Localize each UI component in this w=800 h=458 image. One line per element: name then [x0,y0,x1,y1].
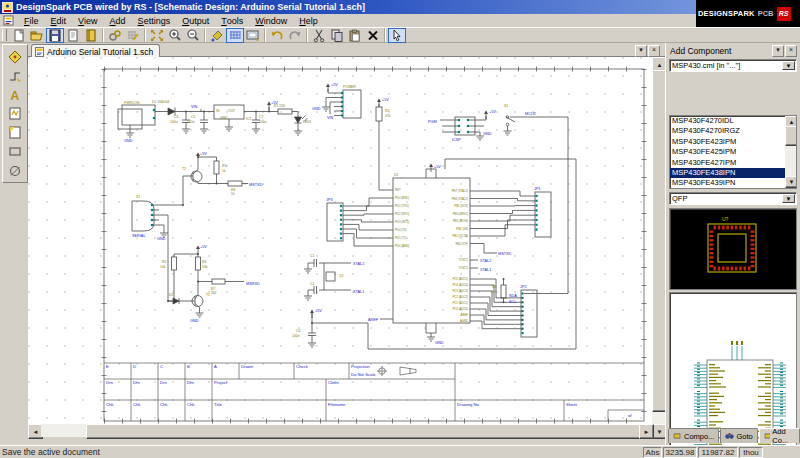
add-connection-button[interactable] [5,66,25,85]
dropdown-arrow-icon[interactable]: ▼ [782,61,795,70]
schematic-toolbar: A [0,43,28,445]
add-text-button[interactable]: A [5,85,25,104]
menu-item-tools[interactable]: Tools [215,14,249,27]
svg-text:AREF: AREF [461,313,469,317]
libraries-button[interactable] [82,28,100,43]
menu-item-output[interactable]: Output [176,14,215,27]
add-symbol-button[interactable] [5,104,25,123]
svg-text:4k7: 4k7 [491,290,497,294]
component-list-item[interactable]: MSP430FE425IPM [670,147,796,157]
grid-toggle-icon [227,28,243,43]
component-list-item[interactable]: MSP430F4270IDL [670,116,796,126]
svg-text:JP3: JP3 [326,198,333,202]
view-all-button[interactable] [148,28,166,43]
svg-text:R6: R6 [202,260,206,264]
svg-text:Drn: Drn [187,380,194,385]
component-list-item[interactable]: MSP430FE439IPN [670,178,796,188]
binoculars-icon [725,432,734,440]
new-button[interactable] [10,28,28,43]
display-button[interactable] [244,28,262,43]
package-dropdown[interactable]: QFP ▼ [669,192,797,205]
zoom-in-button[interactable] [166,28,184,43]
delete-button[interactable] [364,28,382,43]
menu-item-help[interactable]: Help [293,14,324,27]
select-button[interactable] [388,28,406,43]
svg-text:X1: X1 [136,195,140,199]
save-button[interactable] [46,28,64,43]
panel-tab-add-component[interactable]: Add Co... [759,428,800,443]
dock-pin-button[interactable]: ▾ [635,45,647,57]
document-system-icon[interactable] [3,15,15,26]
document-tab[interactable]: Arduino Serial Tutorial 1.sch [31,44,160,58]
add-component-button[interactable] [5,47,25,66]
svg-text:PB6 (XTAL1): PB6 (XTAL1) [452,197,468,201]
component-list-item[interactable]: MSP430FE438IPN [670,168,796,178]
add-circle-button[interactable] [5,161,25,180]
component-list-item[interactable]: MSP430FE423IPM [670,137,796,147]
library-dropdown-value: MSP430.cml [in "..."] [672,61,740,70]
library-dropdown[interactable]: MSP430.cml [in "..."] ▼ [669,59,797,72]
copy-button[interactable] [328,28,346,43]
status-bar: Save the active document Abs 3235.98 119… [0,445,800,458]
svg-text:C5: C5 [191,115,195,119]
schematic-canvas[interactable]: RSTPD0 (RXD)PD1 (TXD)PD2 (INT0)PD3 (INT1… [28,57,652,424]
main-toolbar [0,27,800,43]
design-technology-button[interactable] [106,28,124,43]
panel-tab-component[interactable]: Compo... [668,428,719,443]
zoom-out-button[interactable] [184,28,202,43]
close-button[interactable] [64,28,82,43]
component-list-scrollbar[interactable]: ▲ ▼ [785,116,796,188]
grids-button[interactable] [124,28,142,43]
panel-tab-bar: Compo...GotoAdd Co... [668,428,800,443]
zoom-in-icon [167,28,183,43]
cut-button[interactable] [310,28,328,43]
svg-text:SDA: SDA [509,294,517,298]
menu-item-add[interactable]: Add [104,14,132,27]
grid-toggle-button[interactable] [226,28,244,43]
redo-button[interactable] [286,28,304,43]
svg-text:+5V: +5V [434,165,441,169]
svg-text:PGM: PGM [428,120,437,124]
dock-close-button[interactable]: × [648,45,660,57]
add-rectangle-button[interactable] [5,142,25,161]
close-icon [65,28,81,43]
dropdown-arrow-icon[interactable]: ▼ [782,194,795,203]
add-symbol-icon [7,106,23,121]
svg-text:Chk: Chk [106,402,114,407]
svg-text:TOSC2: TOSC2 [459,258,469,262]
svg-text:AREF: AREF [368,318,379,322]
rs-logo: RS [777,7,791,21]
svg-text:100n: 100n [292,334,300,338]
add-sheet-button[interactable] [5,123,25,142]
menu-item-settings[interactable]: Settings [132,14,177,27]
component-list[interactable]: MSP430F4270IDLMSP430F4270IRGZMSP430FE423… [669,115,797,189]
undo-button[interactable] [268,28,286,43]
svg-text:PD4 (T0): PD4 (T0) [395,228,406,232]
panel-tab-binoculars[interactable]: Goto [720,428,757,443]
menu-item-file[interactable]: File [18,14,45,27]
svg-text:B: B [187,364,190,369]
menu-item-window[interactable]: Window [249,14,293,27]
paste-button[interactable] [346,28,364,43]
svg-text:U1: U1 [394,173,398,177]
colours-button[interactable] [208,28,226,43]
svg-text:1k: 1k [222,169,226,173]
window-title: DesignSpark PCB wired by RS - [Schematic… [16,2,365,12]
menu-item-edit[interactable]: Edit [45,14,73,27]
add-sheet-icon [7,125,23,140]
panel-tab-label: Add Co... [772,427,795,445]
component-list-item[interactable]: MSP430FE427IPM [670,158,796,168]
panel-menu-button[interactable]: ▾ [772,45,784,57]
canvas-vscrollbar[interactable]: ▲ ▼ [652,57,665,437]
svg-text:PD2 (INT0): PD2 (INT0) [395,212,409,216]
delete-icon [365,28,381,43]
svg-text:VIN: VIN [191,105,198,109]
panel-close-button[interactable]: × [785,45,797,57]
svg-text:XTAL2: XTAL2 [480,259,491,263]
open-button[interactable] [28,28,46,43]
document-tab-label: Arduino Serial Tutorial 1.sch [47,47,153,57]
canvas-hscrollbar[interactable]: ◄ ► [28,424,652,437]
designspark-logo: DESIGNSPARK PCB RS [696,0,800,27]
component-list-item[interactable]: MSP430F4270IRGZ [670,126,796,136]
menu-item-view[interactable]: View [72,14,104,27]
